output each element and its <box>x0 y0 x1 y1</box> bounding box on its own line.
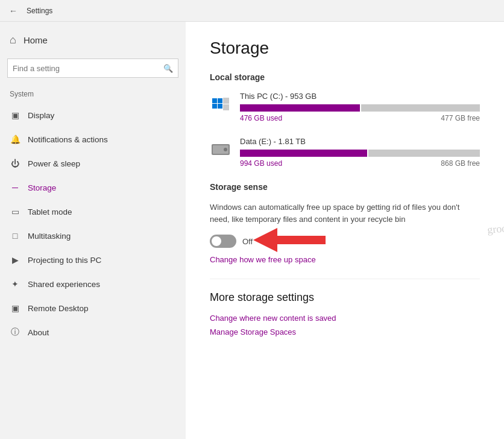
home-label: Home <box>24 35 48 45</box>
sidebar-label-notifications: Notifications & actions <box>28 135 108 144</box>
change-content-link[interactable]: Change where new content is saved <box>210 314 480 323</box>
power-icon: ⏻ <box>10 158 20 169</box>
manage-spaces-link[interactable]: Manage Storage Spaces <box>210 327 480 336</box>
search-container: 🔍 <box>7 58 178 78</box>
title-bar: ← Settings <box>0 0 504 22</box>
search-icon: 🔍 <box>163 64 173 73</box>
drive-c-bar <box>240 104 480 112</box>
svg-rect-1 <box>218 104 222 109</box>
drive-e-info: Data (E:) - 1.81 TB 994 GB used 868 GB f… <box>240 137 480 168</box>
tablet-icon: ▭ <box>10 206 20 217</box>
sidebar: ⌂ Home 🔍 System ▣ Display 🔔 Notification… <box>0 22 186 439</box>
title-bar-text: Settings <box>27 7 52 15</box>
change-space-link[interactable]: Change how we free up space <box>210 255 480 264</box>
drive-e-free-label: 868 GB free <box>441 159 480 168</box>
storage-sense-section: Storage sense Windows can automatically … <box>210 182 480 264</box>
drive-c-labels: 476 GB used 477 GB free <box>240 114 480 122</box>
storage-sense-heading: Storage sense <box>210 182 480 192</box>
drive-c-used-bar <box>240 104 360 112</box>
sidebar-item-shared[interactable]: ✦ Shared experiences <box>0 272 186 296</box>
page-title: Storage <box>210 39 480 58</box>
red-arrow-container <box>253 225 326 257</box>
drive-e-used-label: 994 GB used <box>240 159 282 168</box>
remote-icon: ▣ <box>10 303 20 314</box>
drive-e-bar <box>240 150 480 157</box>
drive-c-free-bar <box>361 104 480 112</box>
content-area: Storage Local storage This PC (C:) - 953… <box>186 22 504 439</box>
about-icon: ⓘ <box>10 327 20 338</box>
storage-sense-toggle[interactable] <box>210 235 236 248</box>
local-storage-heading: Local storage <box>210 72 480 82</box>
drive-c-info: This PC (C:) - 953 GB 476 GB used 477 GB… <box>240 92 480 122</box>
search-input[interactable] <box>13 64 163 73</box>
drive-e-labels: 994 GB used 868 GB free <box>240 159 480 168</box>
sidebar-item-power[interactable]: ⏻ Power & sleep <box>0 151 186 175</box>
sidebar-label-multitasking: Multitasking <box>28 232 71 241</box>
svg-point-8 <box>224 148 227 151</box>
back-button[interactable]: ← <box>7 5 19 17</box>
main-layout: ⌂ Home 🔍 System ▣ Display 🔔 Notification… <box>0 22 504 439</box>
more-storage-heading: More storage settings <box>210 291 480 304</box>
e-drive-icon <box>210 138 232 160</box>
sidebar-item-remote[interactable]: ▣ Remote Desktop <box>0 296 186 320</box>
sidebar-label-display: Display <box>28 111 54 120</box>
drive-e-name: Data (E:) - 1.81 TB <box>240 137 480 146</box>
home-icon: ⌂ <box>10 34 16 46</box>
sidebar-item-projecting[interactable]: ▶ Projecting to this PC <box>0 248 186 272</box>
pc-drive-icon <box>210 93 232 115</box>
svg-rect-4 <box>223 98 229 104</box>
sidebar-item-storage[interactable]: ─ Storage <box>0 175 186 200</box>
sidebar-item-about[interactable]: ⓘ About <box>0 320 186 344</box>
drive-c-name: This PC (C:) - 953 GB <box>240 92 480 101</box>
sidebar-item-display[interactable]: ▣ Display <box>0 103 186 127</box>
drive-item-c: This PC (C:) - 953 GB 476 GB used 477 GB… <box>210 92 480 122</box>
sidebar-label-projecting: Projecting to this PC <box>28 256 101 265</box>
svg-rect-5 <box>223 104 229 110</box>
system-section-label: System <box>0 87 186 103</box>
sidebar-item-notifications[interactable]: 🔔 Notifications & actions <box>0 127 186 151</box>
sidebar-label-power: Power & sleep <box>28 159 80 168</box>
toggle-knob <box>212 236 221 246</box>
toggle-label: Off <box>242 237 253 246</box>
svg-rect-0 <box>212 104 217 109</box>
watermark: groovyPost.com <box>487 218 504 236</box>
toggle-row: Off <box>210 235 480 248</box>
sidebar-item-multitasking[interactable]: □ Multitasking <box>0 224 186 248</box>
drive-c-free-label: 477 GB free <box>441 114 480 122</box>
svg-rect-2 <box>212 98 217 103</box>
notifications-icon: 🔔 <box>10 134 20 145</box>
drive-c-used-label: 476 GB used <box>240 114 282 122</box>
sidebar-label-remote: Remote Desktop <box>28 304 89 313</box>
multitasking-icon: □ <box>10 230 20 241</box>
projecting-icon: ▶ <box>10 254 20 265</box>
sidebar-item-tablet[interactable]: ▭ Tablet mode <box>0 200 186 224</box>
red-arrow-svg <box>253 225 326 255</box>
drive-item-e: Data (E:) - 1.81 TB 994 GB used 868 GB f… <box>210 137 480 168</box>
display-icon: ▣ <box>10 110 20 121</box>
sidebar-label-shared: Shared experiences <box>28 280 100 289</box>
svg-marker-9 <box>253 228 326 252</box>
divider <box>210 279 480 279</box>
storage-icon: ─ <box>10 182 20 193</box>
sidebar-label-tablet: Tablet mode <box>28 207 72 216</box>
svg-rect-3 <box>218 98 222 103</box>
shared-icon: ✦ <box>10 279 20 289</box>
storage-sense-desc: Windows can automatically free up space … <box>210 201 475 225</box>
sidebar-label-about: About <box>28 328 49 337</box>
drive-e-used-bar <box>240 150 367 157</box>
sidebar-item-home[interactable]: ⌂ Home <box>0 27 186 54</box>
sidebar-label-storage: Storage <box>28 183 56 192</box>
more-storage-section: More storage settings Change where new c… <box>210 291 480 336</box>
drive-e-free-bar <box>368 150 480 157</box>
